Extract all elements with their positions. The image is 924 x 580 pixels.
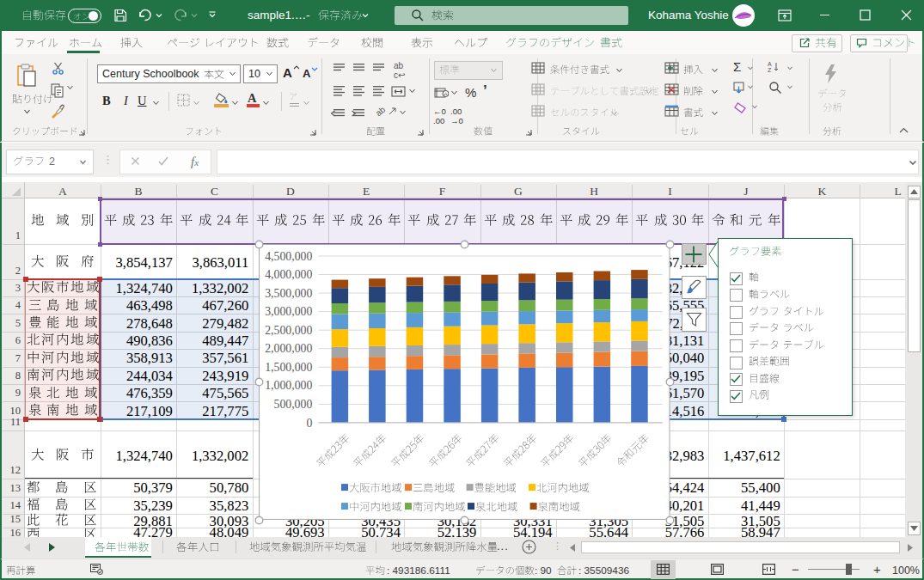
svg-text:2,500,000: 2,500,000: [265, 324, 312, 337]
svg-text:4,500,000: 4,500,000: [265, 250, 312, 263]
svg-text:0: 0: [306, 417, 312, 430]
svg-text:2,000,000: 2,000,000: [265, 343, 312, 356]
svg-text:1,500,000: 1,500,000: [265, 361, 312, 374]
svg-text:Z: Z: [768, 67, 772, 73]
svg-text:1,000,000: 1,000,000: [265, 380, 312, 393]
svg-text:3,000,000: 3,000,000: [265, 306, 312, 319]
svg-text:A: A: [768, 61, 772, 67]
svg-text:4,000,000: 4,000,000: [265, 269, 312, 282]
svg-text:500,000: 500,000: [274, 398, 313, 411]
svg-text:3,500,000: 3,500,000: [265, 287, 312, 300]
